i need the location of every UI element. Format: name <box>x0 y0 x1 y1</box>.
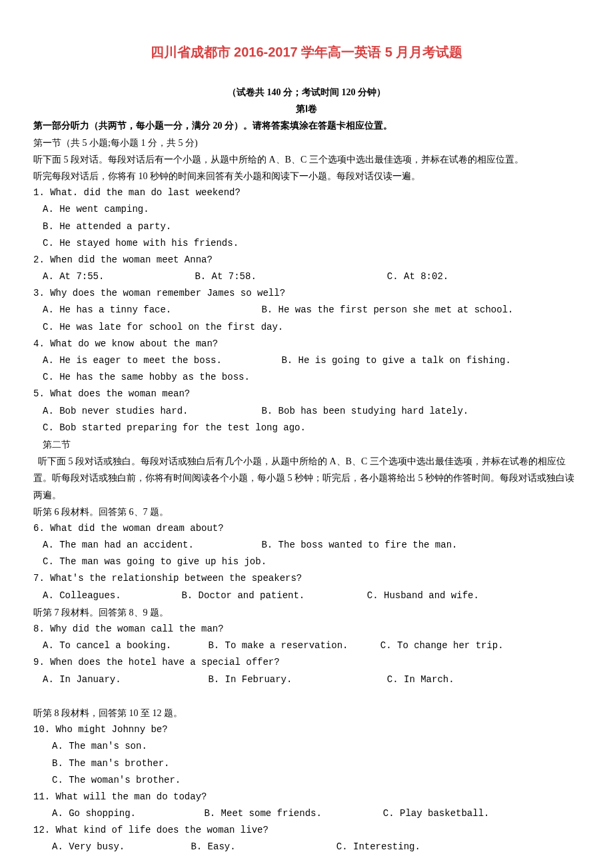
material-6-header: 听第 6 段材料。回答第 6、7 题。 <box>33 504 580 520</box>
q1-option-b: B. He attended a party. <box>33 218 580 235</box>
q7-stem: 7. What's the relationship between the s… <box>33 570 580 587</box>
q12-stem: 12. What kind of life does the woman liv… <box>33 822 580 839</box>
section1-instruction-1: 听下面 5 段对话。每段对话后有一个小题，从题中所给的 A、B、C 三个选项中选… <box>33 151 580 168</box>
question-11: 11. What will the man do today? A. Go sh… <box>33 789 580 822</box>
q5-option-a: A. Bob never studies hard. <box>43 403 256 420</box>
question-9: 9. When does the hotel have a special of… <box>33 654 580 687</box>
q10-option-b: B. The man's brother. <box>33 755 580 772</box>
q7-option-a: A. Colleagues. <box>43 588 176 604</box>
q2-option-a: A. At 7:55. <box>43 268 189 285</box>
q6-stem: 6. What did the woman dream about? <box>33 520 580 537</box>
q5-option-b: B. Bob has been studying hard lately. <box>261 403 468 420</box>
exam-title: 四川省成都市 2016-2017 学年高一英语 5 月月考试题 <box>33 40 580 64</box>
section1-header: 第一节（共 5 小题;每小题 1 分，共 5 分) <box>33 135 580 151</box>
section2-instruction: 听下面 5 段对话或独白。每段对话或独白后有几个小题，从题中所给的 A、B、C … <box>33 453 580 504</box>
q11-option-b: B. Meet some friends. <box>204 805 377 822</box>
question-7: 7. What's the relationship between the s… <box>33 570 580 604</box>
section1-instruction-2: 听完每段对话后，你将有 10 秒钟的时间来回答有关小题和阅读下一小题。每段对话仅… <box>33 168 580 185</box>
question-3: 3. Why does the woman remember James so … <box>33 285 580 336</box>
question-6: 6. What did the woman dream about? A. Th… <box>33 520 580 571</box>
q10-option-c: C. The woman's brother. <box>33 772 580 789</box>
material-7-header: 听第 7 段材料。回答第 8、9 题。 <box>33 604 580 621</box>
question-1: 1. What. did the man do last weekend? A.… <box>33 185 580 252</box>
question-12: 12. What kind of life does the woman liv… <box>33 822 580 855</box>
q9-option-b: B. In February. <box>208 671 381 688</box>
q6-option-c: C. The man was going to give up his job. <box>33 554 580 570</box>
q3-option-a: A. He has a tinny face. <box>43 302 256 318</box>
question-10: 10. Who might Johnny be? A. The man's so… <box>33 721 580 789</box>
exam-meta: （试卷共 140 分；考试时间 120 分钟） <box>33 84 580 101</box>
q9-option-a: A. In January. <box>43 671 203 688</box>
q1-option-a: A. He went camping. <box>33 201 580 218</box>
q9-option-c: C. In March. <box>387 671 454 688</box>
question-8: 8. Why did the woman call the man? A. To… <box>33 621 580 654</box>
q12-option-b: B. Easy. <box>191 839 330 855</box>
q9-stem: 9. When does the hotel have a special of… <box>33 654 580 671</box>
q7-option-c: C. Husband and wife. <box>367 588 479 604</box>
question-4: 4. What do we know about the man? A. He … <box>33 336 580 386</box>
q11-stem: 11. What will the man do today? <box>33 789 580 805</box>
q6-option-b: B. The boss wanted to fire the man. <box>261 537 457 554</box>
question-2: 2. When did the woman meet Anna? A. At 7… <box>33 252 580 285</box>
q2-stem: 2. When did the woman meet Anna? <box>33 252 580 268</box>
section2-header: 第二节 <box>33 436 580 453</box>
q6-option-a: A. The man had an accident. <box>43 537 256 554</box>
q8-option-b: B. To make a reservation. <box>208 638 374 654</box>
q4-option-b: B. He is going to give a talk on fishing… <box>281 352 510 369</box>
q12-option-c: C. Interesting. <box>336 839 420 855</box>
q2-option-b: B. At 7:58. <box>195 268 381 285</box>
q3-option-c: C. He was late for school on the first d… <box>33 319 580 336</box>
q2-option-c: C. At 8:02. <box>387 268 448 285</box>
q12-option-a: A. Very busy. <box>52 839 185 855</box>
q8-option-a: A. To cancel a booking. <box>43 638 203 654</box>
q1-stem: 1. What. did the man do last weekend? <box>33 185 580 201</box>
q1-option-c: C. He stayed home with his friends. <box>33 235 580 252</box>
volume-label: 第Ⅰ卷 <box>33 101 580 117</box>
q4-stem: 4. What do we know about the man? <box>33 336 580 352</box>
q10-option-a: A. The man's son. <box>33 738 580 755</box>
q5-option-c: C. Bob started preparing for the test lo… <box>33 420 580 436</box>
part1-header: 第一部分听力（共两节，每小题一分，满分 20 分）。请将答案填涂在答题卡相应位置… <box>33 117 580 134</box>
q11-option-a: A. Go shopping. <box>52 805 199 822</box>
q11-option-c: C. Play basketball. <box>383 805 490 822</box>
question-5: 5. What does the woman mean? A. Bob neve… <box>33 386 580 436</box>
q8-stem: 8. Why did the woman call the man? <box>33 621 580 638</box>
q8-option-c: C. To change her trip. <box>380 638 504 654</box>
q10-stem: 10. Who might Johnny be? <box>33 721 580 738</box>
material-8-header: 听第 8 段材料，回答第 10 至 12 题。 <box>33 705 580 721</box>
q4-option-a: A. He is eager to meet the boss. <box>43 352 276 369</box>
q7-option-b: B. Doctor and patient. <box>181 588 361 604</box>
q4-option-c: C. He has the same hobby as the boss. <box>33 369 580 386</box>
q3-option-b: B. He was the first person she met at sc… <box>261 302 513 318</box>
q5-stem: 5. What does the woman mean? <box>33 386 580 402</box>
q3-stem: 3. Why does the woman remember James so … <box>33 285 580 302</box>
